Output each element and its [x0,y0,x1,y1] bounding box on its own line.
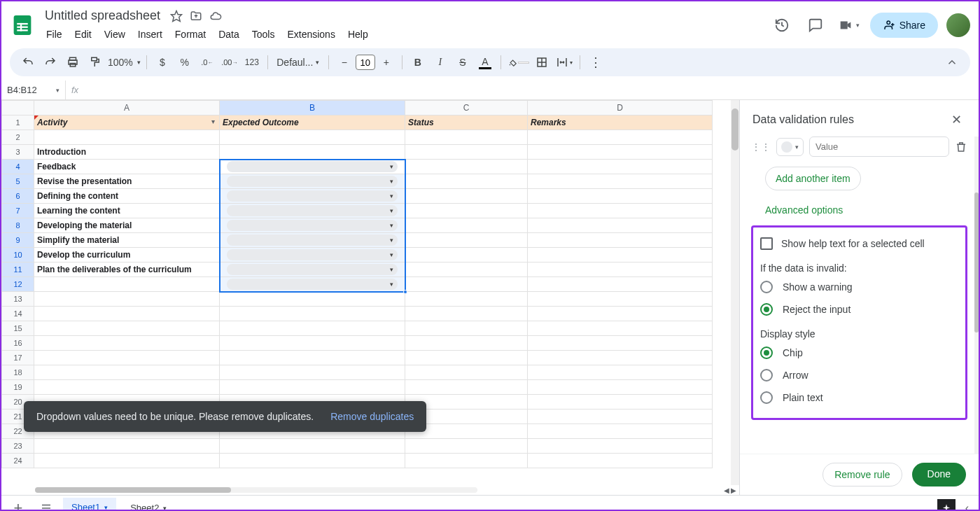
radio-display-chip[interactable]: Chip [760,346,958,359]
dropdown-chip[interactable] [227,205,398,216]
cell[interactable] [34,277,220,292]
dropdown-chip[interactable] [227,220,398,231]
cell-dropdown[interactable] [220,233,405,248]
row-header[interactable]: 23 [2,439,34,454]
drag-handle-icon[interactable]: ⋮⋮ [751,141,771,153]
row-header[interactable]: 6 [2,189,34,204]
cell[interactable] [220,321,405,336]
cell[interactable] [34,380,220,395]
comments-icon[interactable] [803,13,828,38]
radio-display-arrow[interactable]: Arrow [760,369,958,382]
cell[interactable] [405,307,528,321]
cell-a1[interactable]: Activity [34,115,220,130]
dropdown-chip[interactable] [227,249,398,260]
menu-edit[interactable]: Edit [69,26,97,43]
cell[interactable] [34,321,220,336]
explore-button[interactable] [937,499,955,512]
radio-reject-input[interactable]: Reject the input [760,303,958,316]
name-box[interactable]: B4:B12 ▾ [1,80,66,99]
toast-action-remove-duplicates[interactable]: Remove duplicates [330,411,414,422]
cell[interactable] [220,365,405,380]
cell[interactable]: Plan the deliverables of the curriculum [34,262,220,277]
help-text-checkbox[interactable] [760,237,773,250]
cell[interactable] [405,365,528,380]
cell[interactable] [405,233,528,248]
select-all-corner[interactable] [2,101,34,115]
cell[interactable] [528,410,713,424]
cell[interactable] [528,292,713,307]
close-sidebar-button[interactable]: ✕ [946,110,966,130]
cell[interactable] [220,307,405,321]
cell[interactable] [405,380,528,395]
col-header-d[interactable]: D [528,101,713,115]
done-button[interactable]: Done [912,463,966,486]
font-size-input[interactable] [356,55,375,70]
cell-dropdown[interactable] [220,189,405,204]
cell[interactable] [34,130,220,145]
spreadsheet-grid[interactable]: A B C D 1 Activity Expected Outcome Stat… [1,100,739,495]
font-size-increase[interactable]: + [377,52,396,72]
cell[interactable] [220,351,405,365]
cell[interactable]: Revise the presentation [34,174,220,189]
cell[interactable] [220,454,405,468]
cell[interactable] [405,218,528,233]
cell[interactable]: Learning the content [34,204,220,218]
row-header[interactable]: 10 [2,248,34,262]
row-header[interactable]: 17 [2,351,34,365]
menu-tools[interactable]: Tools [246,26,281,43]
history-icon[interactable] [769,13,794,38]
strikethrough-button[interactable]: S [453,52,472,72]
cell[interactable]: Simplify the material [34,233,220,248]
increase-decimal-button[interactable]: .00→ [220,52,239,72]
cell[interactable] [405,336,528,351]
cell[interactable] [405,248,528,262]
dropdown-chip[interactable] [227,190,398,202]
cell[interactable]: Defining the content [34,189,220,204]
cell[interactable] [528,395,713,410]
move-folder-icon[interactable] [190,10,202,22]
cell-dropdown[interactable] [220,248,405,262]
dropdown-chip[interactable] [227,279,398,290]
account-avatar[interactable] [946,13,970,37]
menu-data[interactable]: Data [213,26,245,43]
cell[interactable]: Developing the material [34,218,220,233]
cell[interactable] [528,439,713,454]
cell[interactable] [528,380,713,395]
cell-dropdown[interactable] [220,160,405,174]
radio-icon[interactable] [760,303,773,316]
row-header[interactable]: 3 [2,145,34,160]
italic-button[interactable]: I [430,52,450,72]
formula-input[interactable] [84,85,979,95]
cell-d1[interactable]: Remarks [528,115,713,130]
cell[interactable] [528,277,713,292]
menu-help[interactable]: Help [342,26,374,43]
delete-option-button[interactable] [955,141,967,153]
row-header[interactable]: 9 [2,233,34,248]
cell[interactable] [528,424,713,439]
meet-button[interactable]: ▾ [836,13,862,38]
cell[interactable] [528,336,713,351]
cell[interactable] [34,292,220,307]
undo-button[interactable] [18,52,38,72]
sheet-tab-2[interactable]: Sheet2▾ [122,498,175,511]
star-icon[interactable] [170,10,183,22]
font-family-select[interactable]: Defaul...▾ [274,52,323,72]
radio-icon[interactable] [760,281,773,293]
col-header-a[interactable]: A [34,101,220,115]
cell[interactable] [528,307,713,321]
cell[interactable] [34,439,220,454]
cell[interactable] [405,189,528,204]
option-color-picker[interactable]: ▾ [776,138,804,156]
cell[interactable] [405,454,528,468]
sidebar-scrollbar[interactable] [974,136,979,454]
borders-button[interactable] [532,52,552,72]
cell[interactable] [34,336,220,351]
row-header[interactable]: 2 [2,130,34,145]
row-header[interactable]: 16 [2,336,34,351]
cell[interactable] [405,174,528,189]
text-color-button[interactable]: A [475,52,495,72]
row-header[interactable]: 15 [2,321,34,336]
more-button[interactable]: ⋮ [586,52,606,72]
radio-show-warning[interactable]: Show a warning [760,281,958,293]
cell[interactable] [528,218,713,233]
